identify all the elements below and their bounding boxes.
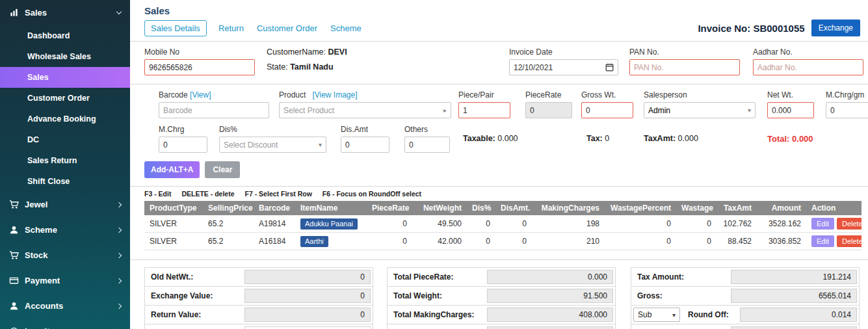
product-select[interactable]: Select Product ▸ <box>279 102 451 118</box>
clear-button[interactable]: Clear <box>205 161 240 178</box>
sidebar-item-scheme[interactable]: Scheme <box>0 217 130 243</box>
net-total-label: Net Total: <box>631 324 729 329</box>
round-off-label: Round Off: <box>682 306 738 324</box>
mchrg-gm-label: M.Chrg/gm <box>826 90 868 99</box>
return-value-label: Return Value: <box>145 306 243 324</box>
tab-sales-details[interactable]: Sales Details <box>144 20 207 36</box>
aadhar-no-label: Aadhar No. <box>753 47 863 57</box>
gross-wt-input[interactable] <box>581 102 633 118</box>
delete-button[interactable]: Delete <box>837 218 861 230</box>
sidebar-item-label: Stock <box>25 250 47 260</box>
taxamt-label: TaxAmt: <box>644 134 676 143</box>
discount-select[interactable]: Select Discount ▾ <box>219 137 326 153</box>
total-making-charges-label: Total MakingCharges: <box>388 306 485 324</box>
exchange-value-row: Exchange Value: 0 <box>144 286 373 306</box>
net-wt-input[interactable] <box>767 102 814 118</box>
tab-customer-order[interactable]: Customer Order <box>256 21 319 36</box>
piece-rate-input <box>525 102 572 118</box>
sidebar-subitem-sales[interactable]: Sales <box>0 67 130 88</box>
pan-no-input[interactable] <box>629 59 740 75</box>
total-wastage-label: Total Wastage: <box>388 324 485 329</box>
tab-return[interactable]: Return <box>217 21 245 36</box>
chevron-right-icon <box>116 227 122 232</box>
round-off-field: 0.014 <box>740 308 857 322</box>
sidebar-subitem-wholesale-sales[interactable]: Wholesale Sales <box>0 46 130 67</box>
sidebar-item-loyalty[interactable]: Loyalty <box>0 319 130 329</box>
barcode-view-link[interactable]: [View] <box>190 90 211 99</box>
chevron-right-icon: ▸ <box>443 107 447 114</box>
sidebar-subitem-shift-close[interactable]: Shift Close <box>0 171 130 192</box>
tax-amount-label: Tax Amount: <box>631 268 729 286</box>
table-row[interactable]: SILVER 65.2 A19814 Adukku Paanai 0 49.50… <box>144 215 861 233</box>
col-selling-price: SellingPrice <box>203 201 254 215</box>
discount-author-label: Discount Author <box>145 324 243 329</box>
exchange-button[interactable]: Exchange <box>811 20 860 36</box>
col-making-charges: MakingCharges <box>532 201 605 215</box>
round-off-row: Sub ▾ Round Off: 0.014 <box>631 305 860 324</box>
col-product-type: ProductType <box>144 201 203 215</box>
net-total-field: 6565.014 <box>731 326 857 329</box>
total-weight-row: Total Weight: 91.500 <box>387 286 616 306</box>
user-icon <box>9 301 19 311</box>
col-action: Action <box>806 201 861 215</box>
delete-button[interactable]: Delete <box>837 235 861 247</box>
sidebar-item-payment[interactable]: Payment <box>0 268 130 293</box>
sidebar-subitem-dc[interactable]: DC <box>0 129 130 150</box>
barcode-input[interactable] <box>159 102 269 118</box>
invoice-date-input[interactable]: 12/10/2021 <box>509 59 618 75</box>
invoice-number: Invoice No: SB0001055 <box>698 23 804 34</box>
main-content: Sales Sales Details Return Customer Orde… <box>130 0 868 329</box>
tab-scheme[interactable]: Scheme <box>329 21 363 36</box>
sidebar-item-stock[interactable]: Stock <box>0 243 130 268</box>
mobile-no-input[interactable] <box>144 59 255 75</box>
piece-pair-label: Piece/Pair <box>458 90 510 99</box>
col-wastage: Wastage <box>676 201 717 215</box>
chevron-right-icon <box>116 303 122 308</box>
col-piece-rate: PieceRate <box>367 201 412 215</box>
taxable-value: 0.000 <box>497 134 518 143</box>
keyboard-hints: F3 - EditDELETE - deleteF7 - Select Firs… <box>130 186 868 200</box>
sidebar-item-label: Loyalty <box>25 326 55 329</box>
mchrg-label: M.Chrg <box>159 125 207 134</box>
sidebar-subitem-sales-return[interactable]: Sales Return <box>0 150 130 171</box>
item-entry-section: Barcode [View] Product [View Image] Sele… <box>130 84 868 186</box>
mchrg-gm-input[interactable] <box>826 102 868 118</box>
aadhar-no-input[interactable] <box>753 59 863 75</box>
chevron-down-icon <box>116 9 122 14</box>
add-button[interactable]: Add-ALT+A <box>144 161 200 178</box>
pan-no-label: PAN No. <box>629 47 740 57</box>
chevron-right-icon <box>116 252 122 257</box>
sidebar-item-label: Accounts <box>25 301 63 311</box>
sidebar-subitem-customer-order[interactable]: Customer Order <box>0 88 130 109</box>
edit-button[interactable]: Edit <box>811 235 834 247</box>
total-making-charges-row: Total MakingCharges: 408.000 <box>387 305 616 324</box>
edit-button[interactable]: Edit <box>811 218 834 230</box>
sidebar-item-jewel[interactable]: Jewel <box>0 192 130 217</box>
sidebar-subitem-dashboard[interactable]: Dashboard <box>0 25 130 46</box>
others-input[interactable] <box>404 137 450 153</box>
old-netwt-label: Old NetWt.: <box>145 268 243 286</box>
sidebar-item-accounts[interactable]: Accounts <box>0 293 130 319</box>
dis-amt-label: Dis.Amt <box>341 125 389 134</box>
col-dis-pct: Dis% <box>467 201 495 215</box>
sidebar-item-label: Jewel <box>25 200 47 209</box>
total-wastage-field: 0.000 <box>487 326 613 329</box>
user-icon <box>9 225 19 235</box>
piece-pair-input[interactable] <box>458 102 510 118</box>
dis-amt-input[interactable] <box>341 137 389 153</box>
sidebar-item-sales[interactable]: Sales <box>0 0 130 25</box>
chevron-down-icon: ▾ <box>672 311 676 319</box>
table-row[interactable]: SILVER 65.2 A16184 Aarthi 0 42.000 0 0 2… <box>144 233 861 250</box>
customer-name-label: CustomerName: <box>267 47 326 57</box>
customer-section: Mobile No CustomerName: DEVI State: Tami… <box>130 47 868 77</box>
sidebar-subitem-advance-booking[interactable]: Advance Booking <box>0 109 130 129</box>
round-mode-select[interactable]: Sub ▾ <box>633 308 680 322</box>
view-image-link[interactable]: [View Image] <box>312 90 357 99</box>
mchrg-input[interactable] <box>159 137 207 153</box>
gross-label: Gross: <box>631 287 729 305</box>
invoice-date-label: Invoice Date <box>509 47 618 57</box>
discount-author-select[interactable]: Select Salesperson ▾ <box>244 326 371 329</box>
calendar-icon[interactable] <box>605 63 614 72</box>
salesperson-select[interactable]: Admin ▾ <box>644 102 756 118</box>
total-wastage-row: Total Wastage: 0.000 <box>387 324 616 329</box>
